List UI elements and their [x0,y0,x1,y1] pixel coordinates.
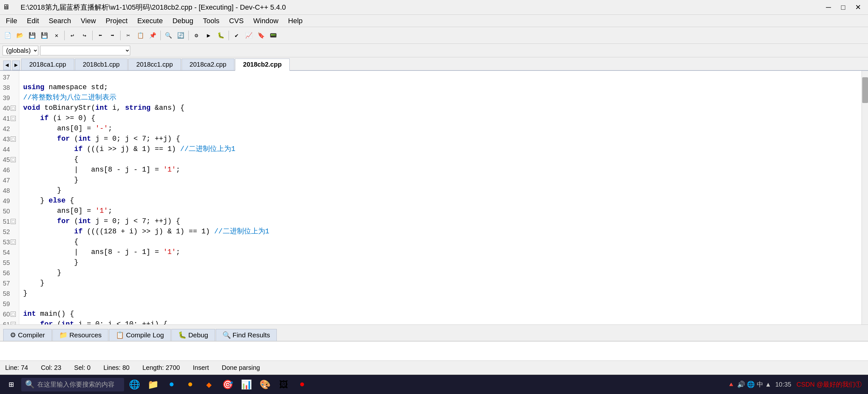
fold-btn-53[interactable]: □ [10,240,16,245]
fold-btn-43[interactable]: □ [10,137,16,142]
vertical-scrollbar[interactable] [862,71,868,325]
lines-label: Lines: 80 [103,364,129,371]
fold-btn-40[interactable]: □ [10,106,16,111]
toolbar-btn-6[interactable]: ↩ [66,30,78,41]
fold-btn-51[interactable]: □ [10,219,16,224]
taskbar-app-6[interactable]: 🎯 [219,376,236,393]
toolbar-btn-4[interactable]: ✕ [51,30,62,41]
code-line-51: for (int j = 0; j < 7; ++j) { [23,216,862,227]
tab-2018cc1cpp[interactable]: 2018cc1.cpp [128,59,181,70]
taskbar-app-explorer[interactable]: 📁 [145,376,161,393]
line-num-56: 56 [0,268,17,278]
minimize-button[interactable]: ─ [821,2,836,13]
taskbar-app-5[interactable]: ◆ [200,376,217,393]
menu-item-execute[interactable]: Execute [133,16,167,26]
code-line-53: { [23,237,862,247]
tab-bar: ◄ ► 2018ca1.cpp2018cb1.cpp2018cc1.cpp201… [0,57,868,71]
code-line-58: } [23,288,862,299]
line-num-61: 61□ [0,319,17,325]
taskbar-app-7[interactable]: 📊 [238,376,255,393]
toolbar-btn-16[interactable]: 🔍 [163,30,174,41]
code-line-40: void toBinaryStr(int i, string &ans) { [23,103,862,113]
toolbar-btn-0[interactable]: 📄 [2,30,13,41]
start-button[interactable]: ⊞ [3,376,19,393]
status-bar: Line: 74 Col: 23 Sel: 0 Lines: 80 Length… [0,361,868,375]
bottom-output [0,341,868,361]
tab-nav-prev[interactable]: ◄ [3,60,11,70]
close-button[interactable]: ✕ [850,2,865,13]
scrollbar-thumb[interactable] [862,77,868,103]
bottom-tab-find-results[interactable]: 🔍 Find Results [216,329,277,341]
code-line-44: if (((i >> j) & 1) == 1) //二进制位上为1 [23,144,862,154]
bottom-tab-debug[interactable]: 🐛 Debug [172,329,215,341]
line-num-39: 39 [0,93,17,103]
taskbar-app-9[interactable]: 🖼 [275,376,292,393]
bottom-tab-resources[interactable]: 📁 Resources [53,329,108,341]
tab-2018ca2cpp[interactable]: 2018ca2.cpp [182,59,235,70]
toolbar-btn-23[interactable]: ✔ [231,30,242,41]
toolbar-btn-3[interactable]: 💾 [38,30,50,41]
tab-2018cb2cpp[interactable]: 2018cb2.cpp [235,59,290,71]
toolbar-btn-1[interactable]: 📂 [14,30,26,41]
toolbar-btn-21[interactable]: 🐛 [215,30,227,41]
menu-item-view[interactable]: View [76,16,100,26]
menu-item-debug[interactable]: Debug [168,16,198,26]
fold-btn-45[interactable]: □ [10,157,16,162]
toolbar-btn-10[interactable]: ➡ [107,30,118,41]
fold-btn-60[interactable]: □ [10,312,16,317]
toolbar-btn-14[interactable]: 📌 [147,30,158,41]
taskbar-app-red[interactable]: ● [294,376,311,393]
bottom-tab-compiler[interactable]: ⚙ Compiler [3,329,52,341]
toolbar-btn-12[interactable]: ✂ [123,30,134,41]
menu-item-project[interactable]: Project [101,16,132,26]
menu-item-search[interactable]: Search [44,16,75,26]
scope-right-select[interactable] [40,46,130,55]
line-num-43: 43□ [0,134,17,144]
line-num-42: 42 [0,123,17,134]
line-num-50: 50 [0,206,17,216]
tab-2018ca1cpp[interactable]: 2018ca1.cpp [21,59,74,70]
code-line-41: if (i >= 0) { [23,113,862,123]
code-line-61: for (int i = 0; i < 10; ++i) { [23,319,862,325]
taskbar-search[interactable]: 🔍 在这里输入你要搜索的内容 [21,378,124,391]
taskbar-app-4[interactable]: ● [182,376,199,393]
toolbar-btn-2[interactable]: 💾 [26,30,38,41]
line-num-57: 57 [0,278,17,288]
fold-btn-41[interactable]: □ [10,116,16,121]
toolbar-btn-26[interactable]: 📟 [268,30,279,41]
scope-bar: (globals) [0,44,868,57]
toolbar-btn-7[interactable]: ↪ [79,30,90,41]
toolbar-btn-25[interactable]: 🔖 [255,30,267,41]
fold-btn-61[interactable]: □ [10,322,16,325]
bottom-tab-compile-log[interactable]: 📋 Compile Log [109,329,171,341]
line-num-48: 48 [0,186,17,196]
toolbar-btn-19[interactable]: ⚙ [191,30,202,41]
toolbar-btn-9[interactable]: ⬅ [94,30,106,41]
taskbar-app-8[interactable]: 🎨 [256,376,273,393]
menu-item-file[interactable]: File [1,16,22,26]
code-area[interactable]: using namespace std;//将整数转为八位二进制表示void t… [19,71,862,325]
menu-item-cvs[interactable]: CVS [225,16,248,26]
line-numbers: 37 38 39 40□41□42 43□44 45□46 47 48 49 5… [0,71,19,325]
code-line-56: } [23,268,862,278]
taskbar-app-3[interactable]: ● [163,376,180,393]
scope-left-select[interactable]: (globals) [3,46,38,55]
taskbar-app-edge[interactable]: 🌐 [126,376,143,393]
maximize-button[interactable]: □ [836,2,850,13]
code-line-50: ans[0] = '1'; [23,206,862,216]
menu-item-window[interactable]: Window [249,16,283,26]
length-label: Length: 2700 [143,364,180,371]
toolbar: 📄📂💾💾✕↩↪⬅➡✂📋📌🔍🔄⚙▶🐛✔📈🔖📟 [0,27,868,44]
toolbar-btn-20[interactable]: ▶ [203,30,214,41]
code-line-48: } [23,186,862,196]
menu-item-tools[interactable]: Tools [198,16,224,26]
code-line-54: | ans[8 - j - 1] = '1'; [23,247,862,257]
menu-item-edit[interactable]: Edit [22,16,43,26]
toolbar-btn-13[interactable]: 📋 [135,30,146,41]
menu-item-help[interactable]: Help [283,16,307,26]
toolbar-btn-17[interactable]: 🔄 [175,30,186,41]
tab-nav-next[interactable]: ► [12,60,20,70]
taskbar-search-icon: 🔍 [25,380,35,389]
tab-2018cb1cpp[interactable]: 2018cb1.cpp [75,59,128,70]
toolbar-btn-24[interactable]: 📈 [243,30,255,41]
